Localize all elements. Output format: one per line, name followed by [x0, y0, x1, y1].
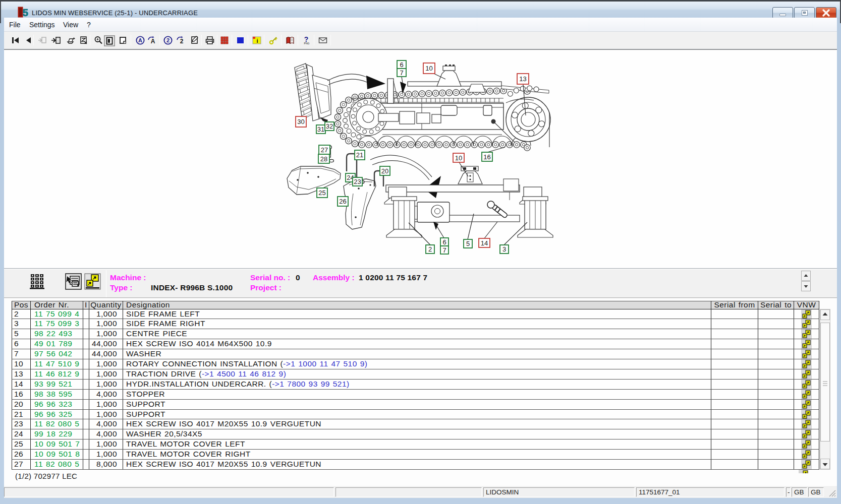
svg-text:26: 26 — [339, 198, 346, 205]
svg-text:23: 23 — [354, 178, 361, 185]
svg-text:6: 6 — [400, 61, 403, 69]
svg-text:2: 2 — [166, 37, 170, 43]
svg-text:2: 2 — [428, 245, 432, 253]
svg-text:14: 14 — [481, 239, 488, 247]
svg-text:31: 31 — [317, 125, 324, 133]
svg-text:2: 2 — [180, 38, 184, 45]
svg-text:32: 32 — [326, 122, 333, 130]
svg-text:13: 13 — [519, 75, 526, 83]
svg-text:5: 5 — [466, 240, 470, 247]
svg-text:20: 20 — [381, 167, 388, 175]
svg-text:7: 7 — [442, 246, 446, 254]
svg-text:i: i — [256, 38, 258, 44]
svg-text:16: 16 — [483, 153, 490, 161]
svg-text:10: 10 — [455, 154, 462, 162]
svg-text:30: 30 — [297, 118, 304, 125]
svg-text:10: 10 — [425, 65, 432, 72]
svg-text:25: 25 — [318, 189, 325, 197]
svg-text:3: 3 — [502, 245, 506, 253]
svg-text:PNG: PNG — [304, 42, 310, 45]
svg-text:27: 27 — [321, 146, 328, 154]
svg-text:A: A — [138, 37, 142, 43]
svg-text:6: 6 — [442, 238, 446, 246]
svg-text:A: A — [151, 38, 155, 45]
svg-text:5: 5 — [22, 7, 28, 18]
svg-text:7: 7 — [400, 69, 403, 77]
svg-text:21: 21 — [356, 151, 363, 159]
svg-text:28: 28 — [320, 155, 327, 163]
